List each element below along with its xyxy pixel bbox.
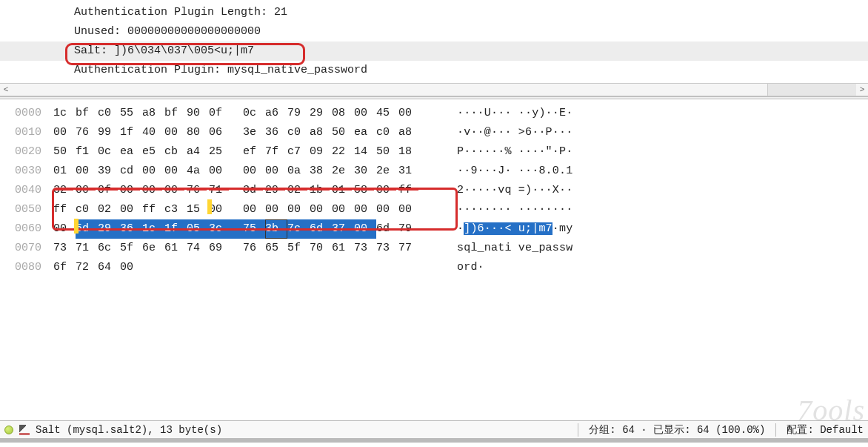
hex-ascii[interactable]: ····U··· ··y)··E· xyxy=(442,104,572,123)
hex-row[interactable]: 00806f 72 64 00 ord· xyxy=(0,258,868,277)
hex-byte[interactable]: 00 xyxy=(164,162,187,181)
detail-salt[interactable]: Salt: ])6\034\037\005<u;|m7 xyxy=(0,42,868,61)
hex-byte[interactable] xyxy=(310,258,332,277)
hex-byte[interactable]: 0f xyxy=(98,181,120,200)
hex-byte[interactable]: ea xyxy=(120,142,142,162)
detail-unused[interactable]: Unused: 00000000000000000000 xyxy=(0,22,868,42)
hex-byte[interactable]: 36 xyxy=(265,123,287,142)
hex-byte[interactable]: 69 xyxy=(209,239,231,258)
hex-bytes[interactable]: ff c0 02 00 ff c3 15 00 00 00 00 00 00 0… xyxy=(53,200,442,219)
hex-bytes[interactable]: 1c bf c0 55 a8 bf 90 0f 0c a6 79 29 08 0… xyxy=(53,104,442,123)
detail-auth-plugin-length[interactable]: Authentication Plugin Length: 21 xyxy=(0,3,868,22)
hex-byte[interactable]: 01 xyxy=(53,162,76,181)
hex-byte[interactable]: 80 xyxy=(187,123,209,142)
hex-byte[interactable]: 00 xyxy=(209,200,231,219)
edit-icon[interactable] xyxy=(19,425,30,435)
hex-byte[interactable]: 5f xyxy=(120,239,142,258)
hex-byte[interactable]: 90 xyxy=(187,104,209,123)
hex-byte[interactable]: 40 xyxy=(142,123,164,142)
hex-byte[interactable]: 5d xyxy=(76,219,98,239)
hex-row[interactable]: 00001c bf c0 55 a8 bf 90 0f 0c a6 79 29 … xyxy=(0,104,868,123)
hex-byte[interactable]: 08 xyxy=(332,104,354,123)
hex-byte[interactable]: 18 xyxy=(398,142,421,162)
hex-byte[interactable]: 76 xyxy=(243,239,265,258)
hex-byte[interactable]: 65 xyxy=(265,239,287,258)
hex-dump-pane[interactable]: 00001c bf c0 55 a8 bf 90 0f 0c a6 79 29 … xyxy=(0,99,868,420)
hex-row[interactable]: 003001 00 39 cd 00 00 4a 00 00 00 0a 38 … xyxy=(0,162,868,181)
hex-byte[interactable]: 5f xyxy=(287,239,310,258)
hex-byte[interactable]: bf xyxy=(76,104,98,123)
hex-row[interactable]: 0050ff c0 02 00 ff c3 15 00 00 00 00 00 … xyxy=(0,200,868,219)
hex-byte[interactable]: 6d xyxy=(376,219,398,239)
hex-byte[interactable]: 76 xyxy=(187,181,209,200)
hex-byte[interactable]: cd xyxy=(120,162,142,181)
hex-byte[interactable]: c0 xyxy=(76,200,98,219)
hex-byte[interactable]: 61 xyxy=(332,239,354,258)
hex-byte[interactable]: 0c xyxy=(98,142,120,162)
hex-byte[interactable]: 00 xyxy=(354,104,376,123)
hex-byte[interactable]: 00 xyxy=(265,162,287,181)
hex-byte[interactable] xyxy=(187,258,209,277)
hex-byte[interactable]: 36 xyxy=(120,219,142,239)
hex-byte[interactable]: 77 xyxy=(398,239,421,258)
expert-info-icon[interactable] xyxy=(4,426,13,434)
hex-byte[interactable]: c0 xyxy=(98,104,120,123)
hex-bytes[interactable]: 01 00 39 cd 00 00 4a 00 00 00 0a 38 2e 3… xyxy=(53,162,442,181)
hex-ascii[interactable]: P······% ····"·P· xyxy=(442,142,572,162)
hex-byte[interactable]: 00 xyxy=(376,200,398,219)
hex-byte[interactable] xyxy=(265,258,287,277)
hex-byte[interactable]: 00 xyxy=(332,200,354,219)
hex-byte[interactable]: 76 xyxy=(76,123,98,142)
hex-byte[interactable]: 1f xyxy=(164,219,187,239)
hex-byte[interactable] xyxy=(332,258,354,277)
hex-byte[interactable]: 2e xyxy=(376,162,398,181)
hex-byte[interactable]: 58 xyxy=(354,181,376,200)
hex-byte[interactable]: 25 xyxy=(209,142,231,162)
hex-byte[interactable]: 7c xyxy=(287,219,310,239)
hex-byte[interactable]: 6c xyxy=(98,239,120,258)
hex-byte[interactable]: 00 xyxy=(120,258,142,277)
hex-byte[interactable]: 00 xyxy=(120,181,142,200)
hex-byte[interactable]: 73 xyxy=(376,239,398,258)
hex-ascii[interactable]: 2·····vq =)···X·· xyxy=(442,181,572,200)
hex-byte[interactable]: 71 xyxy=(209,181,231,200)
hex-byte[interactable]: c0 xyxy=(287,123,310,142)
hex-byte[interactable]: 22 xyxy=(332,142,354,162)
hex-row[interactable]: 002050 f1 0c ea e5 cb a4 25 ef 7f c7 09 … xyxy=(0,142,868,162)
hex-ascii[interactable]: ·])6···< u;|m7·my xyxy=(442,219,572,239)
hex-byte[interactable]: 6e xyxy=(142,239,164,258)
hex-byte[interactable]: 06 xyxy=(209,123,231,142)
hex-byte[interactable]: f1 xyxy=(76,142,98,162)
hex-byte[interactable]: e5 xyxy=(142,142,164,162)
scroll-left-arrow[interactable]: < xyxy=(0,85,12,94)
hex-byte[interactable]: 0c xyxy=(243,104,265,123)
hex-byte[interactable]: 00 xyxy=(376,181,398,200)
hex-byte[interactable]: 3c xyxy=(209,219,231,239)
hex-byte[interactable]: ef xyxy=(243,142,265,162)
hex-byte[interactable]: 72 xyxy=(76,258,98,277)
hex-byte[interactable] xyxy=(398,258,421,277)
hex-byte[interactable]: c3 xyxy=(164,200,187,219)
hex-byte[interactable]: 64 xyxy=(98,258,120,277)
hex-byte[interactable]: ff xyxy=(53,200,76,219)
hex-bytes[interactable]: 73 71 6c 5f 6e 61 74 69 76 65 5f 70 61 7… xyxy=(53,239,442,258)
hex-byte[interactable]: a8 xyxy=(310,123,332,142)
hex-byte[interactable]: 70 xyxy=(310,239,332,258)
hex-byte[interactable]: 29 xyxy=(310,104,332,123)
hex-byte[interactable]: 29 xyxy=(265,181,287,200)
hex-byte[interactable]: 3d xyxy=(243,181,265,200)
hex-byte[interactable]: 7f xyxy=(265,142,287,162)
hex-byte[interactable]: 01 xyxy=(332,181,354,200)
hex-byte[interactable]: 00 xyxy=(53,123,76,142)
hex-byte[interactable]: 30 xyxy=(354,162,376,181)
hex-ascii[interactable]: ········ ········ xyxy=(442,200,572,219)
hex-row[interactable]: 001000 76 99 1f 40 00 80 06 3e 36 c0 a8 … xyxy=(0,123,868,142)
hex-byte[interactable]: 02 xyxy=(98,200,120,219)
hex-byte[interactable]: 55 xyxy=(120,104,142,123)
hex-byte[interactable] xyxy=(243,258,265,277)
hex-byte[interactable] xyxy=(164,258,187,277)
hex-ascii[interactable]: sql_nati ve_passw xyxy=(442,239,572,258)
hex-byte[interactable]: 00 xyxy=(120,200,142,219)
hex-byte[interactable]: 00 xyxy=(76,162,98,181)
hex-bytes[interactable]: 50 f1 0c ea e5 cb a4 25 ef 7f c7 09 22 1… xyxy=(53,142,442,162)
